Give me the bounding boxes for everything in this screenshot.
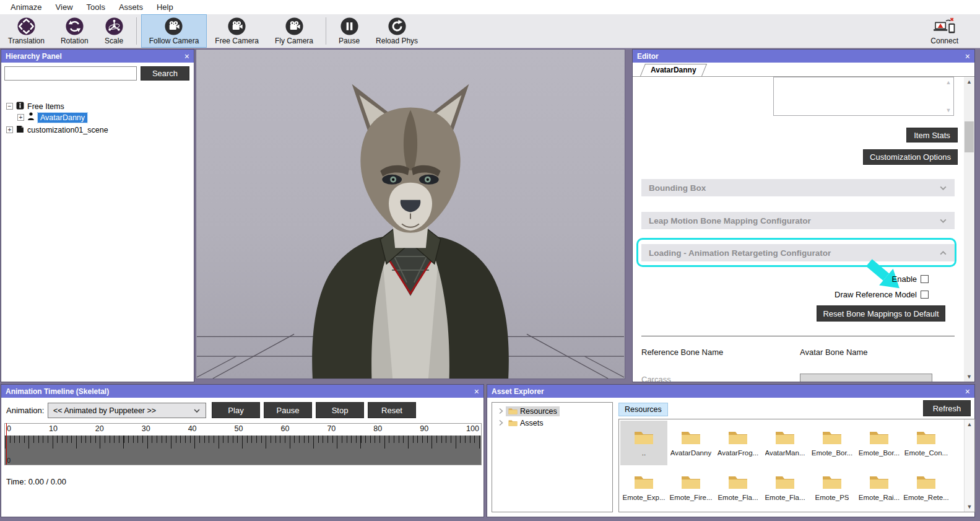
section-bounding-box[interactable]: Bounding Box — [641, 179, 955, 196]
scroll-up-icon[interactable]: ▲ — [945, 79, 952, 85]
fly-camera-button[interactable]: Fly Camera — [267, 14, 321, 48]
viewport-3d[interactable] — [196, 49, 625, 379]
folder-label: Emote_Rai... — [859, 494, 900, 501]
search-input[interactable] — [4, 66, 137, 81]
stop-button[interactable]: Stop — [316, 402, 364, 418]
scroll-down-icon[interactable]: ▼ — [945, 107, 952, 113]
folder-item[interactable]: AvatarMan... — [761, 421, 809, 465]
folder-icon — [681, 430, 701, 447]
expand-expander-icon[interactable]: + — [6, 126, 13, 133]
section-animation-retargeting[interactable]: Loading - Animation Retargeting Configur… — [641, 244, 955, 261]
editor-scrollbar[interactable]: ▲ ▼ — [964, 77, 974, 382]
folder-item[interactable]: Emote_Fla... — [714, 465, 761, 510]
folder-item[interactable]: Emote_Con... — [903, 421, 950, 465]
tab-avatardanny[interactable]: AvatarDanny — [643, 64, 705, 76]
asset-tree: Resources Assets — [492, 402, 613, 512]
pause-button[interactable]: Pause — [331, 14, 368, 48]
collapse-expander-icon[interactable]: − — [6, 103, 13, 110]
chevron-right-icon[interactable] — [498, 408, 503, 414]
free-camera-button[interactable]: Free Camera — [207, 14, 267, 48]
search-button[interactable]: Search — [141, 66, 189, 81]
editor-panel-titlebar: Editor × — [633, 50, 974, 63]
reset-button[interactable]: Reset — [368, 402, 416, 418]
tree-item-free-items[interactable]: − Free Items — [6, 101, 64, 112]
refresh-button[interactable]: Refresh — [923, 400, 971, 416]
timeline-ruler[interactable]: 0102030405060708090100 0 — [4, 423, 482, 465]
folder-icon — [775, 430, 795, 447]
folder-icon — [869, 475, 889, 492]
scroll-down-icon[interactable]: ▼ — [965, 502, 974, 512]
animation-dropdown-value: << Animated by Puppeteer >> — [53, 406, 156, 415]
folder-icon — [822, 475, 842, 492]
ruler-number: 100 — [466, 424, 479, 436]
rotation-button[interactable]: Rotation — [53, 14, 97, 48]
enable-checkbox[interactable] — [921, 275, 929, 283]
tab-resources[interactable]: Resources — [618, 403, 668, 416]
asset-tree-resources[interactable]: Resources — [492, 405, 612, 417]
scale-icon — [105, 17, 124, 36]
folder-item[interactable]: Emote_Fire... — [667, 465, 714, 510]
reload-phys-button[interactable]: Reload Phys — [368, 14, 426, 48]
folder-item[interactable]: AvatarDanny — [667, 421, 714, 465]
folder-label: Emote_Bor... — [812, 449, 852, 457]
fly-camera-icon — [285, 17, 304, 36]
scale-button[interactable]: Scale — [97, 14, 132, 48]
ruler-number: 90 — [420, 424, 428, 436]
draw-reference-checkbox[interactable] — [921, 291, 929, 299]
item-description-textbox[interactable]: ▲ ▼ — [773, 77, 954, 116]
translation-button[interactable]: Translation — [0, 14, 53, 48]
tree-item-avatardanny[interactable]: + AvatarDanny — [17, 112, 87, 123]
folder-label: Emote_PS — [815, 494, 849, 501]
folder-icon — [634, 475, 654, 492]
asset-tree-assets[interactable]: Assets — [492, 417, 612, 429]
close-icon[interactable]: × — [474, 387, 479, 396]
customization-options-button[interactable]: Customization Options — [863, 149, 958, 165]
connect-button[interactable]: Connect — [922, 14, 966, 48]
section-leap-motion[interactable]: Leap Motion Bone Mapping Configurator — [641, 212, 955, 229]
item-stats-button[interactable]: Item Stats — [906, 128, 958, 142]
scrollbar-thumb[interactable] — [965, 121, 974, 152]
folder-item[interactable]: Emote_Bor... — [809, 421, 856, 465]
menu-view[interactable]: View — [49, 1, 80, 13]
folder-item[interactable]: Emote_Fla... — [761, 465, 809, 510]
timeline-track[interactable]: 0 — [5, 436, 481, 465]
editor-tab-row: AvatarDanny — [633, 63, 974, 77]
close-icon[interactable]: × — [965, 387, 970, 396]
scroll-up-icon[interactable]: ▲ — [964, 77, 974, 87]
folder-item[interactable]: Emote_PS — [809, 465, 856, 510]
timeline-panel-title: Animation Timeline (Skeletal) — [6, 387, 109, 396]
avatar-bone-combobox[interactable] — [800, 374, 932, 382]
menu-help[interactable]: Help — [150, 1, 180, 13]
connect-icon — [933, 17, 956, 36]
folder-icon — [869, 430, 889, 447]
menu-tools[interactable]: Tools — [80, 1, 112, 13]
ruler-numbers: 0102030405060708090100 — [5, 424, 481, 436]
expand-expander-icon[interactable]: + — [17, 114, 24, 121]
close-icon[interactable]: × — [965, 52, 970, 61]
avatar-person-icon — [27, 112, 35, 123]
scroll-down-icon[interactable]: ▼ — [964, 372, 974, 382]
ruler-number: 70 — [327, 424, 336, 436]
ruler-number: 10 — [49, 424, 58, 436]
folder-item[interactable]: Emote_Bor... — [856, 421, 903, 465]
folder-label: Emote_Rete... — [903, 494, 949, 501]
folder-label: Emote_Exp... — [622, 494, 665, 501]
follow-camera-button[interactable]: Follow Camera — [141, 14, 207, 48]
tree-item-customization-scene[interactable]: + customization01_scene — [6, 125, 108, 135]
folder-item[interactable]: AvatarFrog... — [714, 421, 761, 465]
folder-item[interactable]: Emote_Rai... — [856, 465, 903, 510]
scroll-up-icon[interactable]: ▲ — [965, 419, 974, 429]
menu-assets[interactable]: Assets — [112, 1, 150, 13]
pause-button[interactable]: Pause — [264, 402, 312, 418]
play-button[interactable]: Play — [212, 402, 260, 418]
folder-item[interactable]: Emote_Rete... — [903, 465, 950, 510]
folder-item[interactable]: Emote_Exp... — [620, 465, 667, 510]
reset-bone-mappings-button[interactable]: Reset Bone Mappings to Default — [817, 305, 945, 322]
folder-item[interactable]: .. — [620, 421, 667, 465]
chevron-right-icon[interactable] — [498, 419, 503, 426]
menu-animaze[interactable]: Animaze — [4, 1, 49, 13]
asset-grid-scrollbar[interactable]: ▲ ▼ — [964, 419, 974, 512]
animation-dropdown[interactable]: << Animated by Puppeteer >> — [48, 403, 206, 418]
close-icon[interactable]: × — [184, 52, 189, 61]
bone-row-label: Carcass — [641, 375, 671, 382]
